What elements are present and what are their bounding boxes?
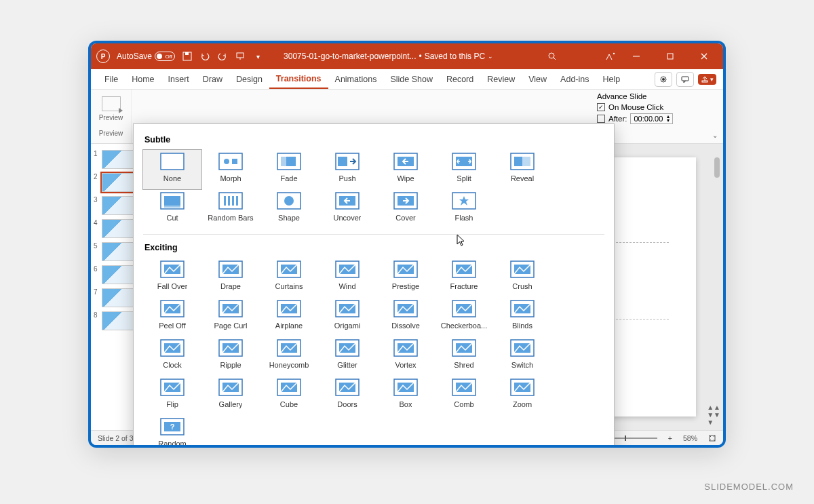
tab-review[interactable]: Review <box>480 71 522 88</box>
after-checkbox[interactable] <box>597 115 605 123</box>
close-button[interactable] <box>691 43 718 69</box>
transition-option[interactable]: Shred <box>435 336 493 376</box>
undo-icon[interactable] <box>199 51 210 62</box>
tab-help[interactable]: Help <box>596 71 627 88</box>
transition-option[interactable]: Fade <box>260 150 318 189</box>
autosave-switch[interactable]: Off <box>155 52 175 61</box>
slide-thumbnail[interactable]: 2 <box>91 171 138 194</box>
mode-icon[interactable] <box>605 51 616 62</box>
transition-option[interactable]: Switch <box>493 336 551 376</box>
search-icon[interactable] <box>547 51 558 62</box>
thumb-preview <box>102 173 134 192</box>
transition-option[interactable]: Comb <box>435 376 493 415</box>
share-button[interactable]: ▾ <box>698 74 716 85</box>
transition-option[interactable]: Blinds <box>493 297 551 336</box>
transition-gallery[interactable]: Subtle NoneMorphFadePushWipeSplitRevealC… <box>133 123 615 448</box>
slide-thumbnail[interactable]: 3 <box>91 194 138 217</box>
transition-option[interactable]: Wind <box>318 258 376 297</box>
transition-option[interactable]: Random Bars <box>201 189 260 229</box>
tab-draw[interactable]: Draw <box>196 71 229 88</box>
transition-option[interactable]: Morph <box>201 150 260 189</box>
slide-thumbnail[interactable]: 6 <box>91 263 138 286</box>
minimize-button[interactable] <box>623 43 650 69</box>
transition-option[interactable]: Shape <box>260 189 318 229</box>
transition-option[interactable]: Flash <box>435 189 493 229</box>
transition-option[interactable]: Curtains <box>260 258 318 297</box>
transition-icon <box>160 339 185 357</box>
tab-animations[interactable]: Animations <box>328 71 384 88</box>
slide-thumbnail[interactable]: 8 <box>91 309 138 332</box>
comments-button[interactable] <box>676 72 694 87</box>
tab-record[interactable]: Record <box>440 71 480 88</box>
transition-option[interactable]: Flip <box>143 376 201 415</box>
transition-label: Fall Over <box>157 282 188 290</box>
transition-option[interactable]: None <box>143 150 201 189</box>
maximize-button[interactable] <box>657 43 684 69</box>
svg-rect-13 <box>682 77 689 81</box>
slide-nav-arrows[interactable]: ▲▲▼▼▼ <box>707 404 720 426</box>
transition-option[interactable]: Checkerboa... <box>435 297 493 336</box>
fit-to-window-icon[interactable] <box>708 434 716 442</box>
zoom-in-icon[interactable]: + <box>668 434 672 442</box>
transition-option[interactable]: Prestige <box>376 258 435 297</box>
spinner-icon[interactable]: ▴▾ <box>667 115 670 122</box>
vertical-scrollbar[interactable] <box>712 157 722 403</box>
transition-option[interactable]: Honeycomb <box>260 336 318 376</box>
slide-counter[interactable]: Slide 2 of 31 <box>98 434 137 442</box>
record-button[interactable] <box>655 72 672 87</box>
transition-option[interactable]: Ripple <box>201 336 260 376</box>
transition-option[interactable]: Split <box>435 150 493 189</box>
thumb-number: 1 <box>94 150 99 157</box>
qat-overflow-icon[interactable]: ▾ <box>252 51 263 62</box>
transition-option[interactable]: Clock <box>143 336 201 376</box>
transition-option[interactable]: Gallery <box>201 376 260 415</box>
transition-option[interactable]: Drape <box>201 258 260 297</box>
transition-option[interactable]: Airplane <box>260 297 318 336</box>
redo-icon[interactable] <box>217 51 228 62</box>
collapse-ribbon-icon[interactable]: ⌄ <box>712 132 718 139</box>
autosave-toggle[interactable]: AutoSave Off <box>117 52 175 61</box>
transition-option[interactable]: Box <box>376 376 435 415</box>
chevron-down-icon[interactable]: ⌄ <box>488 53 493 60</box>
transition-option[interactable]: Push <box>318 150 376 189</box>
slide-thumbnail[interactable]: 4 <box>91 217 138 240</box>
transition-option[interactable]: Cut <box>143 189 201 229</box>
transition-option[interactable]: Vortex <box>376 336 435 376</box>
transition-option[interactable]: Cube <box>260 376 318 415</box>
transition-option[interactable]: Glitter <box>318 336 376 376</box>
tab-insert[interactable]: Insert <box>161 71 196 88</box>
tab-addins[interactable]: Add-ins <box>554 71 596 88</box>
transition-option[interactable]: ?Random <box>143 415 201 448</box>
slide-thumbnail[interactable]: 5 <box>91 240 138 263</box>
save-icon[interactable] <box>182 51 193 62</box>
transition-option[interactable]: Wipe <box>376 150 435 189</box>
transition-option[interactable]: Cover <box>376 189 435 229</box>
tab-view[interactable]: View <box>522 71 554 88</box>
on-mouse-label: On Mouse Click <box>608 103 663 111</box>
preview-icon[interactable] <box>102 96 121 111</box>
tab-transitions[interactable]: Transitions <box>269 70 328 89</box>
transition-option[interactable]: Crush <box>493 258 551 297</box>
transition-option[interactable]: Doors <box>318 376 376 415</box>
tab-file[interactable]: File <box>98 71 125 88</box>
slide-thumbnail[interactable]: 7 <box>91 286 138 309</box>
zoom-level[interactable]: 58% <box>683 434 697 442</box>
slide-thumbnails[interactable]: 12345678 <box>91 144 138 430</box>
transition-option[interactable]: Peel Off <box>143 297 201 336</box>
transition-option[interactable]: Dissolve <box>376 297 435 336</box>
after-time-input[interactable]: 00:00.00▴▾ <box>630 113 673 124</box>
transition-option[interactable]: Reveal <box>493 150 551 189</box>
tab-design[interactable]: Design <box>229 71 269 88</box>
transition-option[interactable]: Page Curl <box>201 297 260 336</box>
transition-option[interactable]: Fall Over <box>143 258 201 297</box>
transition-option[interactable]: Uncover <box>318 189 376 229</box>
autosave-label: AutoSave <box>117 52 152 61</box>
tab-slideshow[interactable]: Slide Show <box>383 71 440 88</box>
transition-option[interactable]: Origami <box>318 297 376 336</box>
transition-option[interactable]: Fracture <box>435 258 493 297</box>
transition-option[interactable]: Zoom <box>493 376 551 415</box>
slide-thumbnail[interactable]: 1 <box>91 148 138 171</box>
on-mouse-checkbox[interactable]: ✓ <box>597 103 605 111</box>
tab-home[interactable]: Home <box>125 71 161 88</box>
present-icon[interactable] <box>235 51 246 62</box>
